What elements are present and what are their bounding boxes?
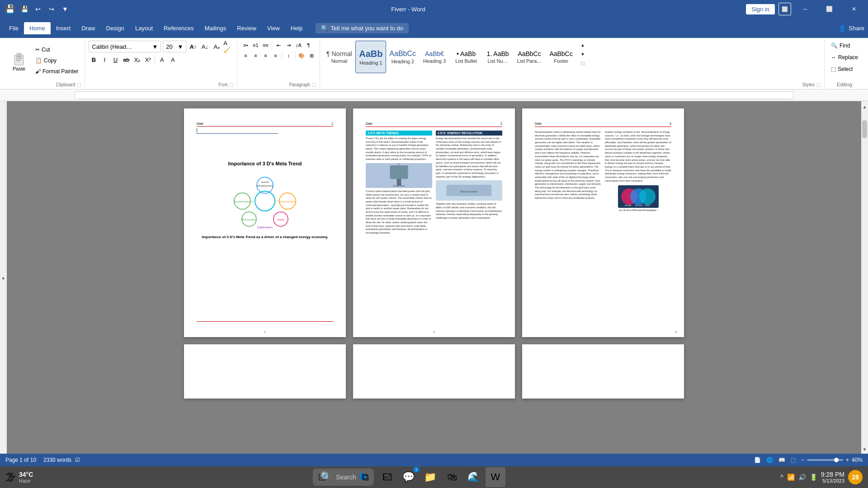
file-explorer-button[interactable]: 📁 [420,467,440,487]
chat-button[interactable]: 💬 1 [399,467,419,487]
style-list-bullet[interactable]: • AaBb List Bullet [451,41,481,73]
change-case-btn[interactable]: Aₐ [212,42,222,52]
styles-scroll-up[interactable]: ▲ [579,41,586,50]
font-size-selector[interactable]: 20 ▼ [163,41,186,52]
maximize-button[interactable]: ⬜ [819,2,840,16]
superscript-button[interactable]: X² [143,55,153,65]
menu-home[interactable]: Home [24,22,51,34]
styles-expand[interactable]: ⬚ [579,59,586,68]
chevron-up-icon[interactable]: ^ [780,474,783,481]
style-heading2[interactable]: AaBbCc Heading 2 [387,41,418,73]
store-button[interactable]: 🛍 [442,467,462,487]
select-button[interactable]: ⬚ Select [828,64,855,74]
menu-view[interactable]: View [262,22,285,34]
task-view-button[interactable]: ⧉ [355,467,375,487]
menu-insert[interactable]: Insert [51,22,76,34]
undo-btn[interactable]: ↩ [33,4,43,14]
show-hide-btn[interactable]: ¶ [304,41,313,50]
zoom-in-btn[interactable]: + [846,457,849,463]
replace-button[interactable]: ↔ Replace [828,52,861,62]
redo-btn[interactable]: ↪ [46,4,57,14]
find-button[interactable]: 🔍 Find [828,41,853,51]
restore-window-icon[interactable]: ⬜ [778,3,791,15]
page1-main: Importance of 3 D's Meta Trend Grid & In… [197,161,333,239]
borders-btn[interactable]: ⊞ [307,51,316,60]
scroll-thumb[interactable] [862,120,867,138]
italic-button[interactable]: I [99,55,109,65]
numbering-btn[interactable]: ≡1 [251,41,260,50]
style-list-number[interactable]: 1. AaBb List Nu… [482,41,513,73]
wifi-icon[interactable]: 📶 [787,474,795,481]
text-highlight-btn[interactable]: A [157,55,167,65]
copy-button[interactable]: 📋 Copy [33,56,81,66]
menu-draw[interactable]: Draw [76,22,100,34]
edge-button[interactable]: 🌊 [464,467,484,487]
scroll-bottom-btn[interactable]: ▼ [861,445,868,454]
document-canvas[interactable]: Date 1 Importance of 3 D's Meta Trend [7,101,861,454]
clear-formatting-btn[interactable]: A🧹 [223,42,233,52]
word-taskbar-button[interactable]: W [486,467,505,487]
font-size-increase-btn[interactable]: A↑ [188,42,198,52]
styles-scroll-controls: ▲ ▼ ⬚ [579,41,586,68]
share-button[interactable]: 👤 Share [839,25,864,32]
menu-design[interactable]: Design [101,22,130,34]
word-count: 2330 words [43,457,71,463]
line-spacing-btn[interactable]: ↕ [284,51,293,60]
customize-quick-btn[interactable]: ▼ [60,4,71,14]
widgets-button[interactable]: 🗠 [377,467,397,487]
word-icon[interactable]: 💾 [4,3,16,15]
time-display[interactable]: 9:28 PM 5/13/2023 [821,471,844,483]
view-web-icon[interactable]: 🌐 [766,457,773,463]
view-read-icon[interactable]: 📖 [778,457,785,463]
menu-mailings[interactable]: Mailings [199,22,232,34]
scroll-top-btn[interactable]: ▲ [861,102,868,111]
menu-review[interactable]: Review [231,22,262,34]
style-heading1[interactable]: AaBb Heading 1 [355,41,386,73]
volume-icon[interactable]: 🔊 [798,474,806,481]
zoom-slider[interactable] [807,459,843,461]
minimize-button[interactable]: ─ [795,2,816,16]
cut-button[interactable]: ✂ Cut [33,45,81,55]
shading-btn[interactable]: 🎨 [297,51,306,60]
bold-button[interactable]: B [89,55,99,65]
increase-indent-btn[interactable]: ⇥ [284,41,293,50]
menu-help[interactable]: Help [285,22,308,34]
user-avatar[interactable]: 28 [848,470,863,484]
subscript-button[interactable]: X₂ [132,55,142,65]
style-normal[interactable]: ¶ Normal Normal [324,41,354,73]
sign-in-button[interactable]: Sign in [746,4,775,14]
justify-btn[interactable]: ≡ [271,51,280,60]
style-heading3[interactable]: AaBb€ Heading 3 [419,41,450,73]
battery-icon[interactable]: 🔋 [810,474,817,481]
save-quick-btn[interactable]: 💾 [19,4,30,14]
multilevel-btn[interactable]: ≡≡ [261,41,270,50]
tell-me-bar[interactable]: 🔍 Tell me what you want to do [316,23,409,33]
decrease-indent-btn[interactable]: ⇤ [274,41,283,50]
format-painter-button[interactable]: 🖌 Format Painter [33,66,81,76]
strikethrough-button[interactable]: ab [121,55,131,65]
menu-file[interactable]: File [4,22,24,34]
align-left-btn[interactable]: ≡ [241,51,250,60]
menu-references[interactable]: References [158,22,199,34]
bullets-btn[interactable]: ≡• [241,41,250,50]
styles-scroll-down[interactable]: ▼ [579,50,586,59]
close-button[interactable]: ✕ [844,2,864,16]
menu-layout[interactable]: Layout [130,22,158,34]
font-color-btn[interactable]: A [168,55,178,65]
paste-button[interactable]: Paste [7,48,31,73]
align-right-btn[interactable]: ≡ [261,51,270,60]
focus-mode-icon[interactable]: ⬚ [791,457,796,463]
view-print-icon[interactable]: 📄 [754,457,761,463]
zoom-out-btn[interactable]: − [801,457,804,463]
style-list-para[interactable]: AaBbCc List Para… [514,41,545,73]
style-footer[interactable]: AaBbCc Footer [546,41,576,73]
font-size-decrease-btn[interactable]: A↓ [200,42,210,52]
font-name-selector[interactable]: Calibri (Head… ▼ [89,41,161,52]
sort-btn[interactable]: ↕A [294,41,303,50]
scroll-up-arrow[interactable]: ▲ [0,273,7,282]
underline-button[interactable]: U [110,55,120,65]
styles-group-label: Styles ⬚ [324,81,821,88]
align-center-btn[interactable]: ≡ [251,51,260,60]
search-taskbar-btn[interactable]: 🔍 Search 🅑 [334,467,354,487]
style-heading3-label: Heading 3 [423,58,446,64]
